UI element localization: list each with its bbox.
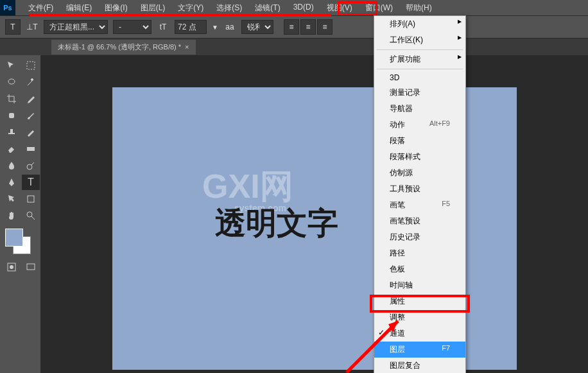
menu-item-label: 图层复合 (390, 360, 420, 371)
menu-item-历史记录[interactable]: 历史记录 (374, 229, 465, 245)
menu-item-属性[interactable]: 属性 (374, 293, 465, 309)
menu-item-导航器[interactable]: 导航器 (374, 101, 465, 117)
menu-item-3[interactable]: 图层(L) (134, 1, 172, 15)
menu-item-0[interactable]: 文件(F) (22, 1, 60, 15)
menu-item-label: 时间轴 (390, 280, 413, 291)
svg-rect-3 (27, 147, 35, 151)
eraser-tool[interactable] (3, 141, 21, 157)
close-icon[interactable]: × (185, 43, 189, 51)
antialias-select[interactable]: 锐利 (241, 20, 273, 34)
menu-item-画笔[interactable]: 画笔F5 (374, 197, 465, 213)
quickmask-tool[interactable] (3, 259, 21, 275)
healing-tool[interactable] (3, 108, 21, 123)
color-swatch[interactable] (5, 229, 31, 254)
menu-item-7[interactable]: 3D(D) (287, 1, 320, 15)
align-center-button[interactable]: ≡ (300, 19, 316, 35)
move-tool[interactable] (3, 58, 21, 73)
menu-item-通道[interactable]: 通道 (374, 325, 465, 342)
foreground-color[interactable] (5, 229, 23, 247)
menu-item-画笔预设[interactable]: 画笔预设 (374, 213, 465, 229)
menu-item-label: 图层 (390, 344, 405, 355)
antialias-icon: aa (223, 21, 236, 33)
menu-item-shortcut: Alt+F9 (429, 119, 450, 130)
menu-item-图层[interactable]: 图层F7 (374, 342, 465, 358)
font-family-select[interactable]: 方正超粗黑... (44, 20, 108, 34)
eyedropper-tool[interactable] (22, 91, 40, 107)
svg-point-4 (27, 164, 32, 169)
menu-item-label: 色板 (390, 264, 405, 275)
menu-item-工作区(K)[interactable]: 工作区(K) (374, 32, 465, 48)
menu-item-图层复合[interactable]: 图层复合 (374, 358, 465, 373)
menu-item-3D[interactable]: 3D (374, 71, 465, 85)
align-left-button[interactable]: ≡ (284, 19, 299, 35)
menu-item-label: 工作区(K) (390, 35, 423, 46)
dodge-tool[interactable] (22, 158, 40, 173)
menu-item-测量记录[interactable]: 测量记录 (374, 85, 465, 101)
menu-item-2[interactable]: 图像(I) (98, 1, 134, 15)
canvas-text-layer[interactable]: 透明文字 (215, 203, 338, 244)
align-right-button[interactable]: ≡ (317, 19, 333, 35)
toolbox: T (0, 55, 41, 373)
document-tab[interactable]: 未标题-1 @ 66.7% (透明文字, RGB/8) * × (51, 40, 196, 55)
shape-tool[interactable] (22, 191, 40, 207)
menu-separator (377, 49, 463, 50)
zoom-tool[interactable] (22, 208, 40, 223)
menu-item-label: 调整 (390, 312, 405, 323)
history-brush-tool[interactable] (22, 125, 40, 140)
menu-item-label: 段落样式 (390, 152, 420, 162)
lasso-tool[interactable] (3, 74, 21, 90)
menu-item-扩展功能[interactable]: 扩展功能 (374, 51, 465, 67)
menu-item-调整[interactable]: 调整 (374, 309, 465, 325)
menu-item-5[interactable]: 选择(S) (210, 1, 248, 15)
font-size-input[interactable] (175, 20, 207, 34)
menu-item-段落样式[interactable]: 段落样式 (374, 149, 465, 165)
text-tool[interactable]: T (22, 175, 40, 190)
menu-item-label: 排列(A) (390, 19, 415, 30)
menu-item-label: 段落 (390, 135, 405, 146)
svg-rect-2 (9, 113, 14, 118)
svg-point-8 (10, 265, 13, 269)
menu-item-label: 画笔 (390, 200, 405, 211)
menu-item-label: 路径 (390, 248, 405, 259)
menu-item-段落[interactable]: 段落 (374, 133, 465, 149)
marquee-tool[interactable] (22, 58, 40, 73)
pen-tool[interactable] (3, 175, 21, 190)
screenmode-tool[interactable] (22, 259, 40, 275)
menu-item-时间轴[interactable]: 时间轴 (374, 277, 465, 293)
menu-item-路径[interactable]: 路径 (374, 245, 465, 261)
blur-tool[interactable] (3, 158, 21, 173)
stamp-tool[interactable] (3, 125, 21, 140)
menu-item-label: 仿制源 (390, 168, 413, 178)
menu-item-label: 扩展功能 (390, 54, 420, 65)
menu-item-工具预设[interactable]: 工具预设 (374, 181, 465, 197)
text-orientation-icon[interactable]: ⊥T (26, 21, 39, 33)
menu-item-label: 属性 (390, 296, 405, 307)
crop-tool[interactable] (3, 91, 21, 107)
document-tab-bar: 未标题-1 @ 66.7% (透明文字, RGB/8) * × (0, 39, 588, 55)
hand-tool[interactable] (3, 208, 21, 223)
menu-item-排列(A)[interactable]: 排列(A) (374, 16, 465, 32)
menubar: Ps 文件(F)编辑(E)图像(I)图层(L)文字(Y)选择(S)滤镜(T)3D… (0, 0, 588, 15)
path-select-tool[interactable] (3, 191, 21, 207)
menu-item-4[interactable]: 文字(Y) (171, 1, 210, 15)
menu-item-仿制源[interactable]: 仿制源 (374, 165, 465, 181)
font-size-icon: tT (157, 21, 169, 33)
menu-item-shortcut: F5 (442, 200, 450, 211)
menu-item-动作[interactable]: 动作Alt+F9 (374, 117, 465, 133)
menu-item-label: 通道 (390, 328, 405, 339)
menu-item-1[interactable]: 编辑(E) (60, 1, 98, 15)
menu-item-10[interactable]: 帮助(H) (399, 1, 438, 15)
svg-rect-0 (27, 62, 35, 69)
menu-item-label: 3D (390, 73, 399, 82)
text-tool-indicator[interactable]: T (5, 19, 21, 35)
menu-item-label: 工具预设 (390, 184, 420, 195)
font-style-select[interactable]: - (113, 20, 151, 34)
app-logo: Ps (0, 0, 15, 15)
gradient-tool[interactable] (22, 141, 40, 157)
menu-item-6[interactable]: 滤镜(T) (248, 1, 286, 15)
wand-tool[interactable] (22, 74, 40, 90)
menu-item-色板[interactable]: 色板 (374, 261, 465, 277)
brush-tool[interactable] (22, 108, 40, 123)
options-bar: T ⊥T 方正超粗黑... - tT ▼ aa 锐利 ≡ ≡ ≡ (0, 15, 588, 39)
menu-item-label: 动作 (390, 119, 405, 130)
